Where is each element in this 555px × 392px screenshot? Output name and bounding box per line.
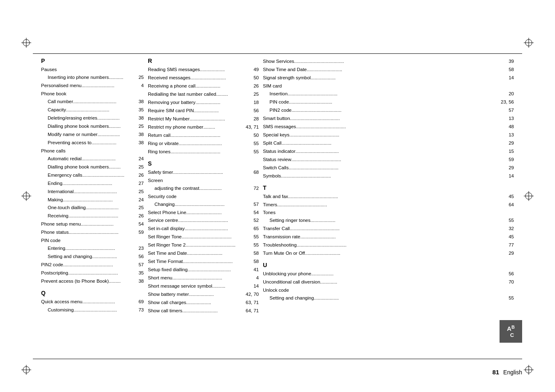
entry-phonebook: Phone book: [41, 90, 144, 98]
entry-call-charges: Show call charges ................... 63…: [148, 299, 259, 307]
entry-redialling: Redialling the last number called ......…: [148, 90, 259, 99]
entry-autoredial: Automatic redial .......................…: [41, 155, 144, 163]
entry-intl: International ..........................…: [41, 188, 144, 196]
entry-ring-vibrate: Ring or vibrate ........................…: [148, 140, 259, 148]
page-number: 81: [492, 369, 499, 376]
section-T: T Talk and fax .........................…: [263, 184, 514, 258]
entry-simcard: SIM card: [263, 82, 514, 90]
col-left: P Pauses Inserting into phone numbers ..…: [41, 58, 148, 319]
entry-setting-ringer: Setting ringer tones ...................…: [263, 217, 514, 225]
entry-ending: Ending .................................…: [41, 180, 144, 188]
entry-show-services: Show Services ..........................…: [263, 58, 514, 66]
abc-icon-text: AB C: [507, 325, 515, 338]
entry-prevent-access: Prevent access (to Phone Book) .........…: [41, 277, 144, 286]
page-number-box: 81 English: [492, 369, 522, 376]
entry-signal-strength: Signal strength symbol .................…: [263, 74, 514, 82]
entry-phonecalls: Phone calls: [41, 147, 144, 155]
top-rule: [33, 53, 522, 54]
entry-emergency: Emergency calls ........................…: [41, 171, 144, 180]
entry-phonestatus: Phone status ...........................…: [41, 228, 144, 237]
entry-receiving-phonecall: Receiving a phone call .................…: [148, 82, 259, 90]
entry-restrict-my-number: Restrict My Number .....................…: [148, 115, 259, 123]
entry-turn-mute: Turn Mute On or Off ....................…: [263, 249, 514, 258]
section-P: P Pauses Inserting into phone numbers ..…: [41, 58, 144, 286]
entry-received-msg: Received messages ......................…: [148, 74, 259, 82]
entry-callnumber: Call number ............................…: [41, 98, 144, 106]
entry-screen: Screen: [148, 177, 259, 184]
entry-pin2: PIN2 code ..............................…: [41, 261, 144, 269]
entry-modify: Modify name or number ................. …: [41, 131, 144, 139]
entry-pincode: PIN code: [41, 237, 144, 244]
entry-transfer-call: Transfer Call ..........................…: [263, 225, 514, 233]
entry-tones: Tones: [263, 209, 514, 217]
entry-service-centre: Service centre .........................…: [148, 217, 259, 225]
entry-battery-meter: Show battery meter ................... 4…: [148, 291, 259, 299]
entry-restrict-phone-number: Restrict my phone number ......... 43, 7…: [148, 123, 259, 131]
entry-setupmenu: Phone setup menu .......................…: [41, 220, 144, 228]
entry-contrast: adjusting the contrast .................…: [148, 184, 259, 193]
entry-pin-code-sim: PIN code ...............................…: [263, 98, 514, 106]
entry-split-call: Split Call .............................…: [263, 139, 514, 148]
entry-time-date: Set Time and Date ......................…: [148, 249, 259, 258]
entry-symbols: Symbols ................................…: [263, 172, 514, 180]
entry-special-keys: Special keys ...........................…: [263, 131, 514, 139]
entry-select-line: Select Phone Line ......................…: [148, 209, 259, 217]
entry-ringer-tone: Set Ringer Tone ........................…: [148, 233, 259, 241]
columns: P Pauses Inserting into phone numbers ..…: [41, 58, 514, 319]
abc-icon: AB C: [500, 320, 522, 343]
entry-personalised: Personalised menu ......................…: [41, 82, 144, 90]
bottom-bar: 81 English: [0, 369, 555, 376]
section-P-letter: P: [41, 58, 144, 64]
section-T-letter: T: [263, 184, 514, 191]
section-U: U Unblocking your phone ................…: [263, 262, 514, 302]
entry-status-indicator: Status indicator .......................…: [263, 148, 514, 156]
entry-dialling-pb: Dialling phone book numbers ......... 25: [41, 122, 144, 131]
content-area: P Pauses Inserting into phone numbers ..…: [41, 58, 514, 351]
entry-ring-tones: Ring tones .............................…: [148, 148, 259, 156]
entry-pin2-sim: PIN2 code ..............................…: [263, 106, 514, 115]
entry-short-menu: Short menu .............................…: [148, 274, 259, 282]
entry-fixed-dialling: Setup fixed dialling ...................…: [148, 266, 259, 274]
entry-sms-messages: SMS messages ...........................…: [263, 123, 514, 131]
entry-ringer-tone2: Set Ringer Tone 2 ......................…: [148, 241, 259, 249]
entry-sms-symbol: Short message service symbol .......... …: [148, 282, 259, 291]
entry-show-time-date: Show Time and Date .....................…: [263, 66, 514, 74]
entry-insertion: Insertion ..............................…: [263, 90, 514, 98]
section-Q-letter: Q: [41, 290, 144, 296]
entry-receiving-call: Receiving ..............................…: [41, 212, 144, 220]
entry-transmission-rate: Transmission rate ......................…: [263, 233, 514, 241]
section-S-letter: S: [148, 160, 259, 167]
entry-capacity: Capacity ...............................…: [41, 106, 144, 114]
entry-timers: Timers .................................…: [263, 201, 514, 209]
entry-security: Security code: [148, 193, 259, 201]
section-U-letter: U: [263, 262, 514, 268]
entry-deleting: Deleting/erasing entries ...............…: [41, 114, 144, 122]
entry-customising: Customising ............................…: [41, 306, 144, 314]
section-R-letter: R: [148, 58, 259, 64]
entry-incall-display: Set in-call display ....................…: [148, 225, 259, 233]
bottom-rule: [33, 359, 522, 359]
section-S: S Safety timer .........................…: [148, 160, 259, 315]
entry-setting-unlock: Setting and changing ...................…: [263, 294, 514, 302]
col-middle: R Reading SMS messages .................…: [148, 58, 263, 319]
entry-safety: Safety timer ...........................…: [148, 168, 259, 177]
entry-quickaccess: Quick access menu ......................…: [41, 298, 144, 306]
reg-mark-top-right: [523, 37, 534, 48]
entry-setting-pin: Setting and changing ...................…: [41, 253, 144, 261]
entry-inserting: Inserting into phone numbers ...........…: [41, 74, 144, 82]
section-S-cont: Show Services ..........................…: [263, 58, 514, 180]
entry-talk-fax: Talk and fax ...........................…: [263, 193, 514, 201]
entry-postscripting: Postscripting ..........................…: [41, 269, 144, 277]
entry-dialling-calls: Dialling phone book numbers ......... 25: [41, 163, 144, 171]
language-label: English: [503, 369, 522, 376]
entry-reading-sms: Reading SMS messages ...................…: [148, 66, 259, 74]
entry-preventing: Preventing access to ...................…: [41, 139, 144, 147]
entry-require-sim: Require SIM card PIN ...................…: [148, 107, 259, 115]
entry-call-timers: Show call timers .......................…: [148, 307, 259, 315]
reg-mark-mid-right: [523, 190, 534, 202]
entry-onetouch: One-touch dialling .....................…: [41, 204, 144, 212]
entry-unconditional: Unconditional call diversion ...........…: [263, 278, 514, 286]
entry-status-review: Status review ..........................…: [263, 156, 514, 164]
entry-time-format: Set Time Format ........................…: [148, 258, 259, 266]
entry-making: Making .................................…: [41, 196, 144, 204]
